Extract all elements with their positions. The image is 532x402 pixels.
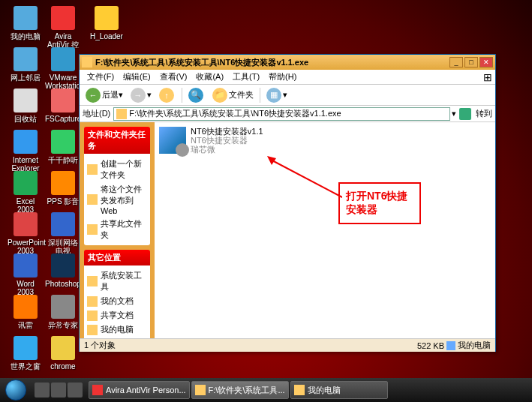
task-icon (87, 325, 98, 335)
desktop-icon[interactable]: VMware Workstation (45, 47, 81, 90)
app-icon (95, 6, 119, 30)
computer-icon (446, 341, 455, 350)
address-input[interactable]: F:\软件夹\系统工具\系统安装工具\NT6快捷安装器v1.1.exe (113, 107, 450, 121)
desktop-icon[interactable]: PPS 影音 (45, 171, 81, 206)
maximize-button[interactable]: □ (464, 57, 478, 68)
task-link[interactable]: 我的文档 (87, 294, 147, 308)
task-icon (294, 385, 305, 395)
menu-item[interactable]: 文件(F) (83, 71, 119, 82)
app-icon (14, 336, 38, 360)
desktop-icon[interactable]: 千千静听 (45, 130, 81, 164)
menu-item[interactable]: 收藏(A) (191, 71, 228, 82)
app-icon (14, 171, 38, 195)
icon-label: 讯雷 (8, 321, 44, 329)
quick-launch-item[interactable] (35, 382, 50, 398)
app-icon (14, 130, 38, 154)
window-title: F:\软件夹\系统工具\系统安装工具\NT6快捷安装器v1.1.exe (95, 57, 448, 68)
desktop-icon[interactable]: 深圳网络电视 (45, 212, 81, 255)
installer-icon (159, 127, 186, 154)
desktop-icon[interactable]: 世界之窗 (8, 336, 44, 370)
app-icon (51, 88, 75, 112)
task-link[interactable]: 系统安装工具 (87, 268, 147, 294)
menu-item[interactable]: 帮助(H) (264, 71, 301, 82)
separator (260, 88, 260, 103)
address-dropdown[interactable]: ▾ (452, 109, 456, 118)
up-button[interactable]: ↑ (156, 86, 179, 104)
task-icon (87, 296, 98, 307)
quick-launch-item[interactable] (51, 382, 66, 398)
titlebar[interactable]: F:\软件夹\系统工具\系统安装工具\NT6快捷安装器v1.1.exe _ □ … (80, 55, 495, 70)
status-size: 522 KB (417, 341, 444, 350)
menu-item[interactable]: 编辑(E) (119, 71, 155, 82)
task-icon (87, 310, 98, 321)
quick-launch-item[interactable] (68, 382, 83, 398)
app-icon (14, 212, 38, 236)
annotation-callout: 打开NT6快捷安装器 (338, 182, 421, 224)
icon-label: 回收站 (8, 115, 44, 123)
address-bar: 地址(D) F:\软件夹\系统工具\系统安装工具\NT6快捷安装器v1.1.ex… (80, 106, 495, 122)
go-button[interactable]: 转到 (476, 108, 492, 119)
start-button[interactable] (0, 378, 32, 402)
icon-label: 世界之窗 (8, 362, 44, 370)
desktop-icon[interactable]: Photoshop (45, 254, 81, 288)
search-button[interactable]: 🔍 (185, 86, 208, 104)
task-link[interactable]: 将这个文件夹发布到 Web (87, 182, 147, 217)
desktop-icon[interactable]: H_Loader (89, 6, 125, 40)
desktop-icon[interactable]: Excel 2003 (8, 171, 44, 214)
menu-item[interactable]: 查看(V) (155, 71, 192, 82)
task-icon (87, 224, 98, 235)
panel-body: 创建一个新文件夹将这个文件夹发布到 Web共享此文件夹 (84, 154, 150, 245)
task-link[interactable]: 我的电脑 (87, 322, 147, 337)
taskbar-task[interactable]: Avira AntiVir Person... (89, 381, 190, 399)
search-icon: 🔍 (188, 88, 203, 103)
status-location: 我的电脑 (458, 340, 491, 351)
views-button[interactable]: ▦ ▾ (263, 86, 290, 104)
panel-body: 系统安装工具我的文档共享文档我的电脑网上邻居 (84, 266, 150, 338)
file-pane[interactable]: NT6快捷安装器v1.1 NT6快捷安装器 瑞芯微 打开NT6快捷安装器 (155, 122, 495, 338)
icon-label: VMware Workstation (45, 74, 81, 90)
task-icon (195, 385, 206, 395)
icon-label: Internet Explorer (8, 156, 44, 172)
desktop-icon[interactable]: PowerPoint 2003 (8, 212, 44, 255)
icon-label: 千千静听 (45, 156, 81, 164)
close-button[interactable]: ✕ (479, 57, 493, 68)
icon-label: 异常专家 (45, 321, 81, 329)
sidebar-panel: 文件和文件夹任务创建一个新文件夹将这个文件夹发布到 Web共享此文件夹 (84, 127, 150, 245)
status-count: 1 个对象 (84, 340, 116, 351)
desktop-icon[interactable]: 讯雷 (8, 295, 44, 329)
icon-label: 我的电脑 (8, 32, 44, 40)
windows-flag-icon: ⊞ (483, 71, 492, 83)
task-link[interactable]: 共享此文件夹 (87, 217, 147, 242)
desktop-icon[interactable]: 网上邻居 (8, 47, 44, 82)
app-icon (51, 212, 75, 236)
task-link[interactable]: 网上邻居 (87, 337, 147, 338)
panel-header[interactable]: 文件和文件夹任务 (84, 127, 150, 154)
panel-header[interactable]: 其它位置 (84, 250, 150, 266)
desktop-icon[interactable]: chrome (45, 336, 81, 370)
desktop-icon[interactable]: Internet Explorer (8, 130, 44, 172)
quick-launch (32, 382, 86, 398)
views-icon: ▦ (266, 88, 281, 103)
toolbar: ←后退 ▾ → ▾ ↑ 🔍 📁文件夹 ▦ ▾ (80, 85, 495, 106)
desktop-icon[interactable]: FSCapture (45, 88, 81, 123)
app-icon (14, 47, 38, 71)
taskbar-task[interactable]: 我的电脑 (290, 381, 388, 399)
task-link[interactable]: 共享文档 (87, 308, 147, 322)
desktop-icon[interactable]: 回收站 (8, 88, 44, 123)
task-icon (87, 276, 98, 286)
menu-item[interactable]: 工具(T) (228, 71, 264, 82)
forward-button[interactable]: → ▾ (128, 86, 155, 104)
minimize-button[interactable]: _ (449, 57, 463, 68)
desktop-icon[interactable]: 异常专家 (45, 295, 81, 329)
back-button[interactable]: ←后退 ▾ (83, 86, 126, 104)
task-link[interactable]: 创建一个新文件夹 (87, 157, 147, 182)
desktop-icon[interactable]: 我的电脑 (8, 6, 44, 40)
folders-button[interactable]: 📁文件夹 (209, 86, 257, 104)
file-item[interactable]: NT6快捷安装器v1.1 NT6快捷安装器 瑞芯微 (159, 127, 294, 154)
desktop-icon[interactable]: Word 2003 (8, 254, 44, 296)
icon-label: Photoshop (45, 280, 81, 288)
icon-label: chrome (45, 362, 81, 370)
taskbar-task[interactable]: F:\软件夹\系统工具... (191, 381, 289, 399)
app-icon (51, 295, 75, 319)
window-body: 文件和文件夹任务创建一个新文件夹将这个文件夹发布到 Web共享此文件夹其它位置系… (80, 122, 495, 338)
